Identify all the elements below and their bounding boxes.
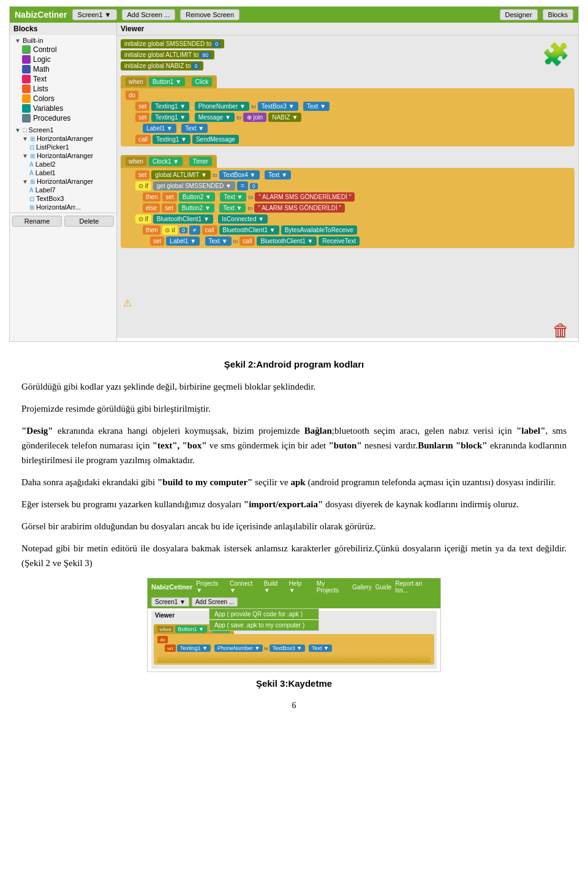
alarm-sent-block: " ALARM SMS GÖNDERİLDİ " — [254, 203, 345, 213]
sidebar-header: Blocks — [10, 23, 116, 35]
remove-screen-button[interactable]: Remove Screen — [180, 9, 239, 20]
button2b-block: Button2 ▼ — [178, 203, 214, 213]
call-kw3: call — [239, 236, 255, 246]
zero-block: 0 — [250, 183, 258, 189]
sc-topbar: NabizCetiner Projects ▼ Connect ▼ Build … — [148, 578, 440, 595]
set-kw5: set — [162, 203, 176, 213]
sidebar-item-logic[interactable]: Logic — [12, 55, 114, 64]
sidebar-item-text[interactable]: Text — [12, 74, 114, 84]
text-block: Text ▼ — [303, 102, 330, 111]
label1-text-row: Label1 ▼ . Text ▼ — [143, 124, 570, 133]
puzzle-icon: 🧩 — [542, 42, 570, 67]
blocks-button[interactable]: Blocks — [543, 9, 573, 20]
sidebar-item-variables[interactable]: Variables — [12, 104, 114, 113]
sidebar-item-lists[interactable]: Lists — [12, 84, 114, 94]
tree-horizontal3[interactable]: ▼ ⊞ HorizontalArranger — [12, 177, 114, 186]
lists-icon — [22, 85, 31, 93]
baglan-bold: Bağlan — [304, 426, 332, 436]
then-row: then set Button2 ▼ . Text ▼ to " ALARM S… — [143, 192, 570, 202]
add-screen-button[interactable]: Add Screen ... — [122, 9, 176, 20]
call-kw2: call — [202, 225, 217, 235]
sc-help[interactable]: Help ▼ — [289, 580, 309, 594]
screen-selector[interactable]: Screen1 ▼ — [72, 9, 117, 20]
screen1-item[interactable]: ▼ □ Screen1 — [12, 126, 114, 134]
sc-screen-btn[interactable]: Screen1 ▼ — [151, 597, 189, 607]
sc-guide[interactable]: Guide — [375, 584, 392, 591]
component3-icon: ⊞ — [30, 178, 35, 185]
delete-button[interactable]: Delete — [64, 216, 114, 227]
label1-icon: A — [29, 170, 34, 176]
label7-icon: A — [29, 187, 34, 194]
button1-click-group: when Button1 ▼ . Click do set Texting1 — [121, 75, 575, 146]
screen1-folder-icon: □ — [23, 126, 27, 134]
sidebar-item-control[interactable]: Control — [12, 45, 114, 55]
sc-set-row: set Texting1 ▼ . PhoneNumber ▼ to TextBo… — [165, 644, 431, 652]
label1b-block: Label1 ▼ — [143, 124, 176, 133]
colors-label: Colors — [33, 94, 55, 103]
sc-report[interactable]: Report an Iss... — [395, 580, 437, 594]
builtin-label: ▼ Built-in — [12, 36, 114, 45]
sidebar-item-procedures[interactable]: Procedures — [12, 113, 114, 123]
tree-horizontal4[interactable]: ⊞ HorizontalArr... — [12, 203, 114, 211]
viewer-content: initialize global SMSSENDED to 0 initial… — [117, 36, 578, 338]
puzzle-emoji: 🧩 — [542, 42, 570, 67]
para1: Görüldüğü gibi kodlar yazı şeklinde deği… — [21, 379, 567, 394]
content-section: Şekil 2:Android program kodları Görüldüğ… — [9, 348, 579, 729]
set-texting1-phone: set Texting1 ▼ . PhoneNumber ▼ to TextBo… — [135, 102, 570, 111]
when-kw2: when — [126, 157, 146, 166]
sc-do-kw: do — [157, 636, 168, 643]
button2-block: Button2 ▼ — [179, 192, 215, 202]
sc-partial-row — [157, 654, 431, 663]
sc-build[interactable]: Build ▼ — [264, 580, 285, 594]
text2-block: Text ▼ — [181, 124, 208, 133]
sc-do-row: do — [157, 636, 431, 643]
builtin-section: ▼ Built-in Control Logic Math Text — [10, 35, 116, 124]
nabiz-block: NABIZ ▼ — [268, 113, 301, 122]
sidebar-item-colors[interactable]: Colors — [12, 94, 114, 104]
component-icon: ⊞ — [30, 135, 35, 142]
designer-button[interactable]: Designer — [500, 9, 538, 20]
component4-icon: ⊞ — [29, 204, 34, 211]
control-icon — [22, 45, 31, 54]
sc-logo: NabizCetiner — [151, 583, 192, 591]
texting1-block: Texting1 ▼ — [151, 102, 189, 111]
isconnected-block: IsConnected ▼ — [218, 214, 268, 224]
tree-listpicker[interactable]: ⊡ ListPicker1 — [12, 143, 114, 151]
importexport-bold: "import/export.aia" — [244, 499, 323, 509]
trash-icon[interactable]: 🗑 — [552, 320, 570, 338]
sc-projects[interactable]: Projects ▼ — [196, 580, 226, 594]
sc-gallery[interactable]: Gallery — [352, 584, 372, 591]
figure3-screenshot: NabizCetiner Projects ▼ Connect ▼ Build … — [147, 578, 441, 672]
sc-btn1-block: Button1 ▼ — [175, 625, 207, 633]
if3-kw: ⊙ if — [162, 225, 178, 235]
tree-label7[interactable]: A Label7 — [12, 186, 114, 194]
block-bold: Bunların "block" — [418, 440, 487, 450]
sc-myprojects[interactable]: My Projects — [317, 580, 349, 594]
else-row: else set Button2 ▼ . Text ▼ to " ALARM S… — [143, 203, 570, 213]
component2-icon: ⊞ — [30, 153, 35, 159]
click-block: Click — [192, 77, 213, 86]
text-icon — [22, 75, 31, 83]
tree-textbox3[interactable]: ⊡ TextBox3 — [12, 194, 114, 203]
sc-connect[interactable]: Connect ▼ — [230, 580, 260, 594]
control-label: Control — [33, 45, 57, 54]
logic-label: Logic — [33, 55, 51, 64]
do-row: do — [126, 91, 570, 100]
para5: Eğer istersek bu programı yazarken kulla… — [21, 497, 567, 512]
bluetooth2-block: BluetoothClient1 ▼ — [219, 225, 279, 235]
set-texting1-message: set Texting1 ▼ . Message ▼ to ⊕ join NAB… — [135, 113, 570, 122]
sc-addscreen-btn[interactable]: Add Screen ... — [192, 597, 238, 607]
rename-button[interactable]: Rename — [12, 216, 62, 227]
variables-icon — [22, 104, 31, 113]
sidebar-item-math[interactable]: Math — [12, 64, 114, 74]
tree-horizontal2[interactable]: ▼ ⊞ HorizontalArranger — [12, 151, 114, 160]
sc-dropdown-qr[interactable]: App ( provide QR code for .apk ) — [209, 609, 318, 619]
tree-horizontal1[interactable]: ▼ ⊞ HorizontalArranger — [12, 134, 114, 143]
tree-label2[interactable]: A Label2 — [12, 160, 114, 168]
textbox3-block: TextBox3 ▼ — [258, 102, 298, 111]
para6: Görsel bir arabirim olduğundan bu dosyal… — [21, 519, 567, 534]
trash-emoji[interactable]: 🗑 — [552, 321, 570, 338]
tree-label1[interactable]: A Label1 — [12, 168, 114, 177]
sc-dropdown-save[interactable]: App ( save .apk to my computer ) — [209, 620, 318, 630]
sc-textbox3-block: TextBox3 ▼ — [270, 644, 305, 652]
